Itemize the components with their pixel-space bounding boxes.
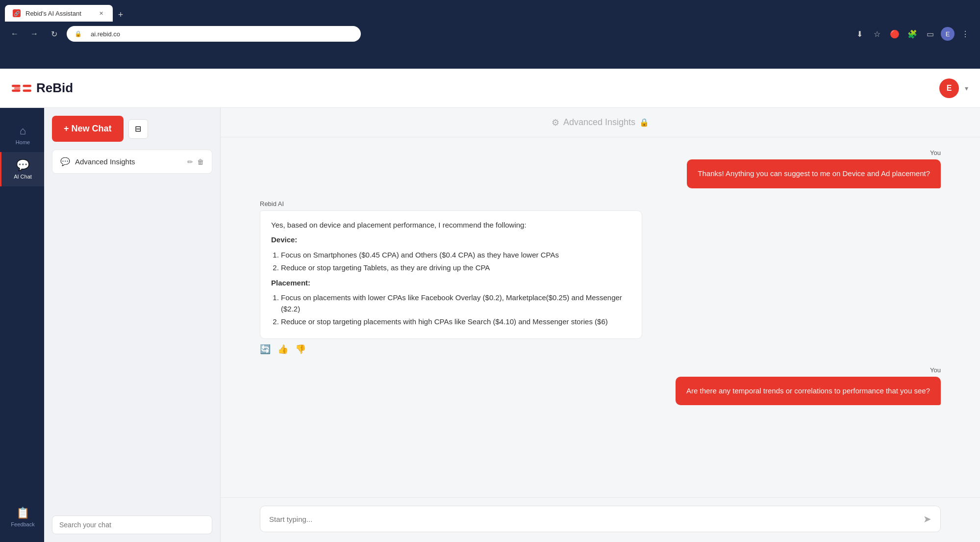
menu-button[interactable]: ⋮: [958, 27, 972, 41]
ai-intro: Yes, based on device and placement perfo…: [271, 220, 631, 231]
device-point-1: Focus on Smartphones ($0.45 CPA) and Oth…: [281, 250, 631, 261]
feedback-icon: 📋: [16, 507, 29, 519]
top-row: + New Chat ⊟: [52, 116, 212, 142]
puzzle-icon[interactable]: 🧩: [905, 27, 919, 41]
app-topbar: ReBid E ▾: [0, 69, 980, 108]
forward-button[interactable]: →: [27, 27, 41, 41]
thumbs-down-button[interactable]: 👎: [295, 344, 306, 355]
chat-input[interactable]: [269, 515, 917, 523]
svg-rect-4: [23, 89, 31, 92]
user-sender-label-2: You: [930, 366, 941, 374]
chat-history-item[interactable]: 💬 Advanced Insights ✏ 🗑: [52, 150, 212, 174]
sidebar-feedback-label: Feedback: [11, 521, 34, 527]
new-tab-button[interactable]: +: [114, 8, 127, 22]
message-ai-1: Rebid AI Yes, based on device and placem…: [260, 200, 941, 355]
browser-chrome: Rebid's AI Assistant ✕ + ← → ↻ 🔒 ai.rebi…: [0, 0, 980, 69]
svg-rect-3: [23, 84, 31, 87]
main-layout: ⌂ Home 💬 AI Chat 📋 Feedback + New Chat ⊟…: [0, 108, 980, 542]
sidebar: ⌂ Home 💬 AI Chat 📋 Feedback: [0, 108, 44, 542]
device-list: Focus on Smartphones ($0.45 CPA) and Oth…: [271, 250, 631, 274]
url-text: ai.rebid.co: [85, 30, 126, 38]
ai-chat-icon: 💬: [16, 159, 29, 172]
chat-input-area: ➤: [221, 497, 980, 542]
chat-history-actions: ✏ 🗑: [187, 158, 204, 166]
home-icon: ⌂: [20, 125, 26, 137]
bookmark-button[interactable]: ☆: [870, 27, 884, 41]
active-tab[interactable]: Rebid's AI Assistant ✕: [5, 5, 113, 22]
edit-chat-button[interactable]: ✏: [187, 158, 193, 166]
sidebar-item-feedback[interactable]: 📋 Feedback: [0, 500, 44, 534]
device-label: Device:: [271, 234, 631, 246]
tab-favicon: [13, 9, 21, 17]
sidebar-bottom: 📋 Feedback: [0, 500, 44, 542]
chat-header-gear-icon: ⚙: [552, 117, 559, 128]
download-button[interactable]: ⬇: [853, 27, 866, 41]
back-button[interactable]: ←: [8, 27, 22, 41]
ai-content: Yes, based on device and placement perfo…: [271, 220, 631, 328]
ai-bubble-1: Yes, based on device and placement perfo…: [260, 210, 642, 339]
sidebar-home-label: Home: [16, 139, 30, 145]
user-message-text-2: Are there any temporal trends or correla…: [686, 387, 930, 395]
split-button[interactable]: ▭: [923, 27, 937, 41]
address-field[interactable]: 🔒 ai.rebid.co: [67, 26, 361, 42]
placement-label: Placement:: [271, 278, 631, 289]
device-point-2: Reduce or stop targeting Tablets, as the…: [281, 262, 631, 274]
toggle-icon: ⊟: [135, 124, 141, 133]
ai-sender-label: Rebid AI: [260, 200, 941, 207]
send-button[interactable]: ➤: [923, 513, 931, 525]
profile-button[interactable]: E: [941, 27, 955, 41]
message-user-1: You Thanks! Anything you can suggest to …: [260, 149, 941, 188]
chat-header: ⚙ Advanced Insights 🔒: [221, 108, 980, 137]
chat-item-icon: 💬: [60, 157, 70, 166]
chat-header-title: Advanced Insights: [563, 117, 635, 128]
tab-bar: Rebid's AI Assistant ✕ +: [0, 0, 980, 22]
lock-icon: 🔒: [75, 30, 82, 37]
user-message-text-1: Thanks! Anything you can suggest to me o…: [698, 169, 930, 178]
chat-header-lock-icon: 🔒: [639, 118, 649, 127]
ai-message-actions: 🔄 👍 👎: [260, 344, 941, 355]
chat-messages: You Thanks! Anything you can suggest to …: [221, 137, 980, 497]
panel-toggle-button[interactable]: ⊟: [128, 119, 148, 139]
logo-text: ReBid: [36, 80, 73, 96]
chat-item-name: Advanced Insights: [75, 157, 182, 166]
user-bubble-1: Thanks! Anything you can suggest to me o…: [687, 159, 941, 188]
address-bar: ← → ↻ 🔒 ai.rebid.co ⬇ ☆ 🔴 🧩 ▭ E ⋮: [0, 22, 980, 46]
chat-input-wrapper: ➤: [260, 506, 941, 532]
refresh-response-button[interactable]: 🔄: [260, 344, 271, 355]
rebid-logo-icon: [12, 81, 31, 96]
browser-actions: ⬇ ☆ 🔴 🧩 ▭ E ⋮: [853, 27, 972, 41]
sidebar-item-home[interactable]: ⌂ Home: [0, 118, 44, 152]
sidebar-item-ai-chat[interactable]: 💬 AI Chat: [0, 152, 44, 186]
user-bubble-2: Are there any temporal trends or correla…: [676, 377, 941, 406]
placement-point-2: Reduce or stop targeting placements with…: [281, 316, 631, 328]
search-chat-input[interactable]: [52, 516, 212, 534]
placement-list: Focus on placements with lower CPAs like…: [271, 292, 631, 328]
thumbs-up-button[interactable]: 👍: [277, 344, 288, 355]
sidebar-aichat-label: AI Chat: [14, 174, 32, 180]
topbar-right: E ▾: [939, 78, 968, 98]
svg-rect-0: [12, 84, 21, 87]
placement-point-1: Focus on placements with lower CPAs like…: [281, 292, 631, 314]
user-avatar[interactable]: E: [939, 78, 959, 98]
message-user-2: You Are there any temporal trends or cor…: [260, 366, 941, 406]
svg-rect-1: [12, 89, 21, 92]
tab-title: Rebid's AI Assistant: [25, 10, 81, 17]
svg-rect-2: [14, 87, 21, 89]
tab-close-button[interactable]: ✕: [97, 9, 105, 17]
logo-area: ReBid: [12, 80, 73, 96]
extension-button[interactable]: 🔴: [888, 27, 902, 41]
dropdown-arrow-icon[interactable]: ▾: [965, 84, 968, 92]
refresh-button[interactable]: ↻: [47, 27, 61, 41]
left-panel: + New Chat ⊟ 💬 Advanced Insights ✏ 🗑: [44, 108, 221, 542]
new-chat-button[interactable]: + New Chat: [52, 116, 124, 142]
delete-chat-button[interactable]: 🗑: [197, 158, 204, 166]
chat-area: ⚙ Advanced Insights 🔒 You Thanks! Anythi…: [221, 108, 980, 542]
user-sender-label: You: [930, 149, 941, 156]
